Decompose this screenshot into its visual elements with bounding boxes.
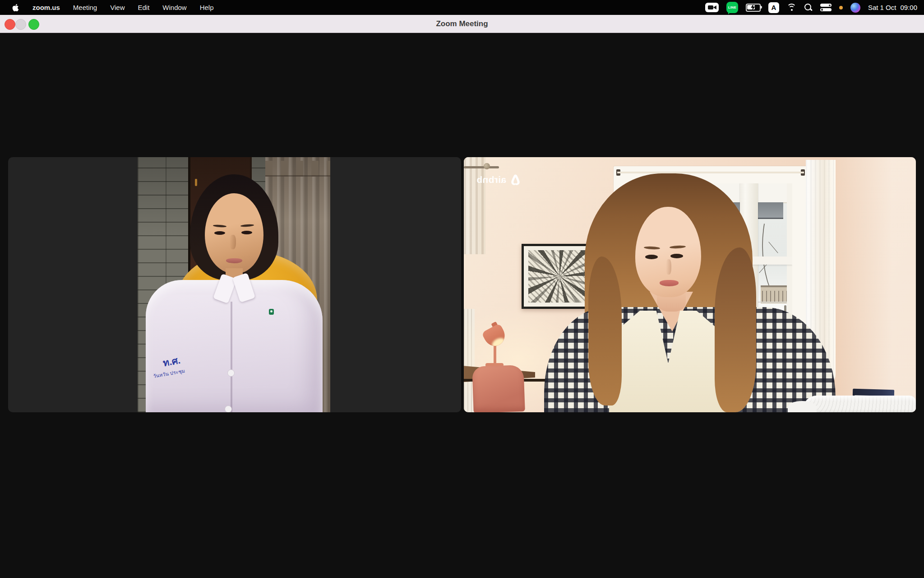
- meeting-content: ท.ศ. วันหวัน ประชุม: [0, 33, 924, 578]
- left-curtain-fold: [464, 157, 485, 254]
- spotlight-search-icon[interactable]: [804, 4, 813, 12]
- right-eye: [670, 254, 683, 258]
- door-hinge: [195, 179, 197, 186]
- curtain-rod-knob: [484, 163, 490, 169]
- camera-indicator-icon[interactable]: [705, 3, 719, 12]
- menu-bar-clock[interactable]: Sat 1 Oct09:00: [868, 4, 917, 11]
- menu-item-edit[interactable]: Edit: [138, 4, 149, 11]
- clock-date: Sat 1 Oct: [868, 4, 896, 11]
- video-tile-left[interactable]: ท.ศ. วันหวัน ประชุม: [8, 157, 461, 412]
- menu-item-view[interactable]: View: [110, 4, 125, 11]
- line-icon[interactable]: LINE: [726, 2, 738, 13]
- line-label: LINE: [728, 5, 736, 9]
- right-eye: [241, 231, 252, 234]
- shirt-placket: [231, 302, 232, 412]
- airbnb-watermark: airbnb: [476, 173, 522, 186]
- lips: [226, 258, 242, 263]
- nose: [666, 259, 671, 275]
- hair-strand-right: [715, 247, 756, 412]
- video-tile-right[interactable]: airbnb: [464, 157, 916, 412]
- left-eye: [214, 231, 225, 235]
- white-fluffy-sofa: [803, 396, 916, 412]
- recording-indicator-dot: [839, 6, 843, 9]
- hair-strand-left: [588, 256, 622, 406]
- wifi-icon[interactable]: [787, 4, 797, 11]
- window-title-bar[interactable]: Zoom Meeting: [0, 15, 924, 33]
- menu-item-meeting[interactable]: Meeting: [73, 4, 97, 11]
- menu-item-help[interactable]: Help: [200, 4, 214, 11]
- close-button[interactable]: [5, 19, 15, 30]
- input-source-icon[interactable]: A: [768, 2, 779, 13]
- lips: [660, 280, 679, 286]
- nose: [230, 235, 236, 249]
- minimize-button[interactable]: [15, 19, 26, 30]
- control-center-icon[interactable]: [820, 4, 832, 11]
- participant-video-right: airbnb: [464, 157, 916, 412]
- school-badge-pin: [269, 309, 274, 315]
- participant-video-left: ท.ศ. วันหวัน ประชุม: [138, 157, 330, 412]
- apple-icon[interactable]: [12, 3, 19, 12]
- left-eye: [645, 255, 658, 259]
- shirt-button: [225, 406, 232, 412]
- desktop: zoom.us Meeting View Edit Window Help LI…: [0, 0, 924, 578]
- menu-app-name[interactable]: zoom.us: [32, 4, 60, 11]
- shirt-button: [227, 369, 235, 377]
- fullscreen-button[interactable]: [28, 19, 39, 30]
- artwork-pattern: [528, 250, 591, 303]
- airbnb-belo-icon: [509, 173, 522, 186]
- window-title: Zoom Meeting: [0, 15, 924, 33]
- menu-item-window[interactable]: Window: [162, 4, 186, 11]
- coral-chair: [472, 365, 525, 412]
- window-curtain-rod: [617, 172, 804, 173]
- lamp-stem: [494, 343, 496, 366]
- clock-time: 09:00: [900, 4, 917, 11]
- battery-charging-icon[interactable]: [746, 4, 761, 12]
- airbnb-watermark-text: airbnb: [476, 174, 506, 185]
- curtain-tabs: [265, 161, 330, 177]
- menu-bar-left: zoom.us Meeting View Edit Window Help: [0, 0, 214, 15]
- white-school-shirt: [146, 280, 323, 412]
- menu-bar-status: LINE A Sat 1 Oct09:00: [705, 0, 924, 15]
- wall-corner-highlight: [836, 157, 916, 412]
- camera-body: [708, 5, 713, 9]
- siri-icon[interactable]: [850, 3, 860, 13]
- left-curtain-rod: [464, 166, 499, 168]
- distant-building: [761, 285, 790, 303]
- camera-lens: [713, 5, 716, 9]
- macos-menu-bar: zoom.us Meeting View Edit Window Help LI…: [0, 0, 924, 15]
